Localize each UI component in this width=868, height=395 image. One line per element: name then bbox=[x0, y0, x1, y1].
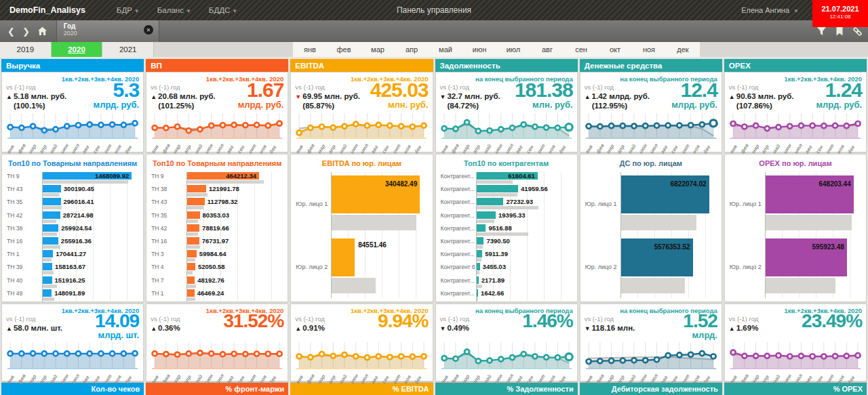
bar[interactable] bbox=[43, 250, 53, 257]
bar[interactable]: 6822074.02 bbox=[621, 175, 709, 213]
bar-row[interactable]: ТН 1676731.97 bbox=[151, 237, 283, 250]
bar[interactable] bbox=[187, 263, 195, 270]
bar[interactable] bbox=[477, 250, 483, 257]
bar-row[interactable]: ТН 39158163.67 bbox=[7, 263, 138, 276]
bar[interactable] bbox=[187, 211, 199, 219]
bar-row[interactable]: ТН 42287214.98 bbox=[7, 211, 138, 224]
bar-row[interactable]: Контрагент 63455.03 bbox=[441, 263, 572, 276]
panel-title-bar[interactable]: Задолженность bbox=[435, 59, 578, 72]
month-cell[interactable]: сен bbox=[564, 42, 598, 57]
bar-row[interactable]: ТН 9464212.34 bbox=[151, 172, 283, 185]
panel-footer[interactable]: Дебиторская задолженность bbox=[580, 383, 722, 395]
bar[interactable] bbox=[43, 263, 52, 270]
bar-row[interactable]: Юр. лицо 2595923.48 bbox=[730, 235, 861, 298]
panel-footer[interactable]: Кол-во чеков bbox=[1, 383, 144, 395]
panel-title-bar[interactable]: Выручка bbox=[1, 59, 144, 72]
month-cell[interactable]: янв bbox=[293, 42, 327, 57]
bar[interactable] bbox=[187, 198, 205, 205]
bar[interactable]: 340482.49 bbox=[332, 175, 420, 213]
bar-chart[interactable]: ТН 9464212.34ТН 38121991.78ТН 43112798.3… bbox=[151, 172, 283, 302]
filter-tab-year[interactable]: Год 2020 ✕ bbox=[56, 20, 159, 42]
bar[interactable] bbox=[477, 276, 479, 284]
user-menu[interactable]: Елена Ангина ▼ bbox=[741, 6, 799, 14]
bar[interactable] bbox=[187, 185, 206, 192]
trend-line-chart[interactable] bbox=[6, 340, 139, 370]
trend-line-chart[interactable] bbox=[440, 340, 573, 370]
month-cell[interactable]: июн bbox=[462, 42, 496, 57]
bar-row[interactable]: ТН 146469.24 bbox=[151, 289, 283, 302]
month-cell[interactable]: мар bbox=[361, 42, 395, 57]
bar-chart[interactable]: Контрагент...61604.61Контрагент...41959.… bbox=[441, 172, 572, 302]
home-icon[interactable] bbox=[37, 26, 47, 36]
forward-button[interactable]: ❯ bbox=[22, 26, 30, 37]
trend-line-chart[interactable] bbox=[729, 111, 862, 140]
bar-row[interactable]: Юр. лицо 25576353.52 bbox=[585, 235, 717, 298]
bar[interactable] bbox=[187, 237, 199, 245]
trend-line-chart[interactable] bbox=[6, 111, 139, 140]
back-button[interactable]: ❮ bbox=[7, 26, 15, 37]
panel-footer[interactable]: % фронт-маржи bbox=[146, 383, 288, 395]
bookmark-icon[interactable] bbox=[835, 26, 844, 36]
trend-line-chart[interactable] bbox=[295, 340, 428, 370]
bar-row[interactable]: ТН 35296016.41 bbox=[7, 198, 138, 211]
month-cell[interactable]: авг bbox=[530, 42, 564, 57]
month-cell[interactable]: май bbox=[429, 42, 462, 57]
bar-row[interactable]: Контрагент...27232.93 bbox=[441, 198, 572, 211]
month-cell[interactable]: окт bbox=[598, 42, 632, 57]
bar-row[interactable]: Юр. лицо 16822074.02 bbox=[585, 172, 717, 235]
bar-row[interactable]: ТН 43112798.32 bbox=[151, 198, 283, 211]
filter-funnel-icon[interactable] bbox=[816, 26, 827, 36]
bar-row[interactable]: ТН 40151916.25 bbox=[7, 276, 138, 289]
bar-row[interactable]: ТН 49148091.89 bbox=[7, 289, 138, 302]
bar[interactable] bbox=[187, 224, 199, 232]
bar[interactable] bbox=[43, 224, 58, 232]
trend-line-chart[interactable] bbox=[151, 340, 283, 370]
bar-row[interactable]: Контрагент...2171.89 bbox=[441, 276, 572, 289]
bar-chart[interactable]: Юр. лицо 1648203.44Юр. лицо 2595923.48 bbox=[730, 172, 861, 298]
bar[interactable]: 648203.44 bbox=[766, 175, 854, 213]
bar[interactable] bbox=[477, 224, 486, 232]
bar[interactable] bbox=[332, 238, 355, 276]
year-button-2021[interactable]: 2021 bbox=[102, 42, 154, 57]
bar-row[interactable]: ТН 38259924.54 bbox=[7, 224, 138, 237]
trend-line-chart[interactable] bbox=[729, 340, 862, 370]
bar-chart[interactable]: Юр. лицо 16822074.02Юр. лицо 25576353.52 bbox=[585, 172, 717, 298]
bar-chart[interactable]: ТН 91468089.92ТН 43300190.45ТН 35296016.… bbox=[7, 172, 138, 302]
year-button-2020[interactable]: 2020 bbox=[52, 42, 103, 57]
panel-title-bar[interactable]: OPEX bbox=[724, 59, 867, 72]
bar[interactable] bbox=[477, 237, 484, 245]
bar[interactable] bbox=[477, 289, 478, 297]
bar-row[interactable]: Контрагент...9516.88 bbox=[441, 224, 572, 237]
bar-row[interactable]: ТН 452050.58 bbox=[151, 263, 283, 276]
bar[interactable]: 595923.48 bbox=[766, 238, 847, 276]
bar[interactable] bbox=[43, 198, 61, 205]
bar[interactable] bbox=[187, 250, 197, 257]
bar[interactable] bbox=[477, 211, 496, 219]
bar[interactable] bbox=[187, 289, 195, 297]
bar[interactable]: 5576353.52 bbox=[621, 238, 693, 276]
trend-line-chart[interactable] bbox=[440, 111, 573, 140]
link-icon[interactable] bbox=[852, 26, 863, 37]
bar-row[interactable]: ТН 43300190.45 bbox=[7, 185, 138, 198]
trend-line-chart[interactable] bbox=[585, 111, 717, 140]
month-cell[interactable]: июл bbox=[496, 42, 530, 57]
month-cell[interactable]: дек bbox=[666, 42, 700, 57]
close-icon[interactable]: ✕ bbox=[144, 25, 153, 35]
bar-row[interactable]: Контрагент...5911.39 bbox=[441, 250, 572, 263]
bar-row[interactable]: ТН 16255916.36 bbox=[7, 237, 138, 250]
panel-title-bar[interactable]: ВП bbox=[146, 59, 288, 72]
panel-title-bar[interactable]: Денежные средства bbox=[580, 59, 722, 72]
bar-row[interactable]: Контрагент...41959.56 bbox=[441, 185, 572, 198]
menu-bdr[interactable]: БДР▼ bbox=[117, 6, 140, 14]
bar-row[interactable]: ТН 38121991.78 bbox=[151, 185, 283, 198]
panel-footer[interactable]: % OPEX bbox=[724, 383, 867, 395]
bar[interactable] bbox=[43, 289, 52, 297]
panel-footer[interactable]: % Задолженности bbox=[435, 383, 578, 395]
bar-row[interactable]: ТН 748192.76 bbox=[151, 276, 283, 289]
bar[interactable] bbox=[43, 237, 58, 245]
bar[interactable] bbox=[477, 263, 480, 270]
bar-row[interactable]: ТН 3580353.03 bbox=[151, 211, 283, 224]
bar-row[interactable]: ТН 359984.64 bbox=[151, 250, 283, 263]
bar[interactable] bbox=[477, 185, 519, 192]
bar-row[interactable]: ТН 1170441.27 bbox=[7, 250, 138, 263]
